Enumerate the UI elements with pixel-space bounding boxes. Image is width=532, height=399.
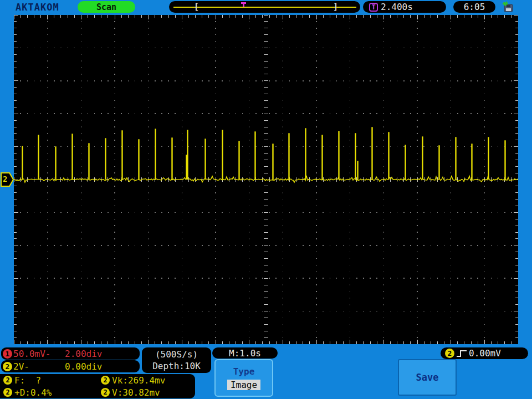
measurement-vk: 2 Vk:269.4mv xyxy=(98,375,195,386)
meas-ch-badge: 2 xyxy=(101,388,110,397)
channel2-offset: 0.00div xyxy=(65,361,102,372)
acquisition-info: (500S/s) Depth:10K xyxy=(142,347,211,373)
measurement-frequency: 2 F: ? xyxy=(0,375,98,386)
meas-value: Vk:269.4mv xyxy=(112,375,165,386)
trigger-level-value: 0.00mV xyxy=(469,348,501,359)
channel2-position-marker[interactable]: 2 xyxy=(1,172,14,187)
channel2-status: 2 2V- 0.00div xyxy=(1,360,140,372)
trigger-position-marker-icon xyxy=(241,2,246,7)
usb-storage-icon xyxy=(502,1,515,13)
menu-title: Type xyxy=(233,366,255,377)
waveform-display xyxy=(14,15,518,344)
trigger-time-readout: T 2.400s xyxy=(363,1,446,13)
trigger-level-readout: 2 0.00mV xyxy=(441,347,528,359)
channel1-offset: 2.00div xyxy=(65,349,102,359)
acquisition-mode-badge: Scan xyxy=(78,1,135,13)
graticule-and-trace xyxy=(14,15,518,344)
record-position-bar: [ ] xyxy=(169,1,360,13)
meas-ch-badge: 2 xyxy=(3,376,12,385)
menu-type-selector[interactable]: Type Image xyxy=(214,359,273,397)
brand-logo: AKTAKOM xyxy=(16,2,59,13)
record-line xyxy=(173,7,356,8)
trigger-time-value: 2.400s xyxy=(381,2,413,12)
measurements-panel: 2 F: ? 2 Vk:269.4mv 2 +D:0.4% 2 V:30.82m… xyxy=(0,374,195,398)
meas-ch-badge: 2 xyxy=(3,388,12,397)
timebase-readout: M:1.0s xyxy=(212,347,278,359)
meas-value: F: ? xyxy=(14,375,41,386)
channel1-scale: 50.0mV- xyxy=(13,349,50,359)
rising-edge-icon xyxy=(457,350,467,357)
record-window-left-bracket: [ xyxy=(194,2,199,12)
measurement-duty: 2 +D:0.4% xyxy=(0,387,98,398)
measurement-v: 2 V:30.82mv xyxy=(98,387,195,398)
meas-ch-badge: 2 xyxy=(101,376,110,385)
trigger-t-icon: T xyxy=(369,3,378,12)
channel2-scale: 2V- xyxy=(13,361,29,372)
meas-value: V:30.82mv xyxy=(112,387,160,398)
sample-rate: (500S/s) xyxy=(155,349,198,360)
channel2-marker-label: 2 xyxy=(3,175,7,183)
meas-value: +D:0.4% xyxy=(14,387,52,398)
channel1-status: 1 50.0mV- 2.00div xyxy=(1,347,140,360)
clock-readout: 6:05 xyxy=(453,1,495,13)
save-button[interactable]: Save xyxy=(398,359,457,396)
trigger-source-badge: 2 xyxy=(445,349,454,358)
channel1-badge: 1 xyxy=(3,349,12,359)
memory-depth: Depth:10K xyxy=(152,361,201,371)
menu-selected-option[interactable]: Image xyxy=(227,380,260,390)
record-window-right-bracket: ] xyxy=(333,2,338,12)
oscilloscope-screen: AKTAKOM Scan [ ] T 2.400s 6:05 2 1 50.0m… xyxy=(0,0,532,399)
channel2-badge: 2 xyxy=(3,362,12,371)
